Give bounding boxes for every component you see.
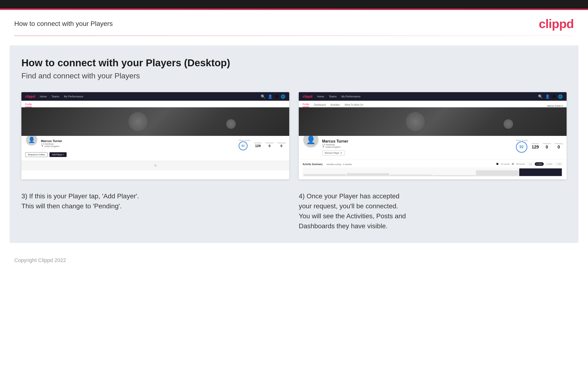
- profile-row-2: 👤 Marcus Turner 1-5 Handicap 📍 United Ki…: [303, 138, 563, 155]
- footer: Copyright Clippd 2022: [0, 252, 588, 268]
- profile-info-2: Marcus Turner 1-5 Handicap 📍 United King…: [322, 138, 513, 155]
- remove-player-label: Remove Player: [325, 152, 339, 154]
- legend-offcourse-dot: [512, 163, 514, 165]
- legend-offcourse-label: Off course: [516, 163, 525, 165]
- nav-home-1[interactable]: Home: [40, 95, 47, 98]
- tab-dashboard-2[interactable]: Dashboard: [314, 104, 326, 107]
- page-heading: How to connect with your Players (Deskto…: [21, 57, 567, 69]
- request-follow-button[interactable]: Request to Follow: [25, 152, 48, 157]
- activity-controls: On course Off course 1 yr 6 mths 3 mths …: [496, 162, 563, 166]
- legend-oncourse-label: On course: [501, 163, 510, 165]
- activity-header-2: Activity Summary Monthly Activity · 6 Mo…: [303, 162, 563, 166]
- nav-teams-2[interactable]: Teams: [329, 95, 337, 98]
- following-label-1: Following: [277, 142, 285, 144]
- activities-value-2: 129: [531, 145, 539, 150]
- search-icon-2[interactable]: 🔍: [538, 94, 543, 99]
- settings-icon-1[interactable]: ⚙: [275, 94, 278, 99]
- desc-left-text: 3) If this is your Player tap, 'Add Play…: [21, 191, 289, 211]
- quality-circle-1: 92: [239, 141, 248, 150]
- nav-home-2[interactable]: Home: [317, 95, 324, 98]
- sub-nav-1: Profile: [21, 101, 289, 107]
- stats-row-2: Player Quality 92 Activities 129 Followe…: [516, 139, 563, 153]
- profile-info-1: Marcus Turner 1-5 Handicap 📍 United King…: [41, 138, 236, 148]
- chart-bar-2: [346, 173, 389, 176]
- tab-profile-1[interactable]: Profile: [25, 103, 32, 107]
- search-icon-1[interactable]: 🔍: [261, 94, 266, 99]
- activity-title-group: Activity Summary Monthly Activity · 6 Mo…: [303, 162, 352, 166]
- country-text-1: United Kingdom: [44, 145, 60, 148]
- player-handicap-2: 1-5 Handicap: [322, 143, 513, 146]
- quality-label-1: Player Quality: [239, 139, 251, 141]
- nav-teams-1[interactable]: Teams: [52, 95, 59, 98]
- app-nav-1: clippd Home Teams My Performance 🔍 👤 ⚙ 🌐: [21, 92, 289, 101]
- quality-stat-1: Player Quality 92: [239, 139, 251, 150]
- remove-player-button[interactable]: Remove Player ✕: [322, 150, 345, 155]
- tab-profile-2[interactable]: Profile: [303, 103, 309, 107]
- tab-whattoworkon-2[interactable]: What To Work On: [345, 104, 363, 107]
- legend-oncourse-dot: [496, 163, 498, 165]
- time-pills: 1 yr 6 mths 3 mths 1 mth: [527, 162, 563, 166]
- quality-stat-2: Player Quality 92: [516, 139, 528, 153]
- nav-right-1: 🔍 👤 ⚙ 🌐: [261, 94, 285, 99]
- following-stat-2: Following 0: [555, 142, 563, 150]
- screenshot-2: clippd Home Teams My Performance 🔍 👤 ⚙ 🌐…: [299, 92, 567, 179]
- followers-label-2: Followers: [543, 142, 551, 145]
- followers-label-1: Followers: [266, 142, 274, 144]
- sub-nav-tabs-2: Profile Dashboard Activities What To Wor…: [303, 103, 363, 107]
- profile-section-1: 👤 Marcus Turner 1-5 Handicap 📍 United Ki…: [21, 136, 289, 161]
- desc-section: 3) If this is your Player tap, 'Add Play…: [21, 191, 567, 231]
- location-icon-2: 📍: [322, 146, 325, 148]
- followers-stat-2: Followers 0: [543, 142, 551, 150]
- activity-subtitle: Monthly Activity · 6 Months: [327, 163, 352, 166]
- chart-bar-3: [390, 175, 432, 176]
- time-pill-6mths[interactable]: 6 mths: [535, 162, 544, 166]
- quality-label-2: Player Quality: [516, 139, 528, 141]
- followers-stat-1: Followers 0: [266, 142, 274, 148]
- activities-stat-2: Activities 129: [531, 142, 539, 150]
- hero-image-2: [299, 107, 567, 136]
- globe-icon-2[interactable]: 🌐: [558, 94, 563, 99]
- avatar-icon-1: 👤: [28, 137, 35, 143]
- main-content: How to connect with your Players (Deskto…: [9, 45, 579, 243]
- activity-legend: On course Off course: [496, 163, 525, 165]
- quality-value-2: 92: [519, 145, 524, 149]
- hero-detail-4: [503, 119, 513, 129]
- user-icon-1[interactable]: 👤: [268, 94, 273, 99]
- desc-left: 3) If this is your Player tap, 'Add Play…: [21, 191, 289, 231]
- chart-bar-6: [519, 168, 562, 176]
- location-icon-1: 📍: [41, 145, 43, 148]
- activity-title: Activity Summary: [303, 163, 322, 166]
- add-player-button[interactable]: Add Player +: [50, 152, 67, 157]
- time-pill-1yr[interactable]: 1 yr: [527, 162, 534, 166]
- followers-value-1: 0: [266, 144, 274, 148]
- globe-icon-1[interactable]: 🌐: [281, 94, 285, 99]
- screenshot-bottom-1: ✎: [21, 161, 289, 170]
- quality-value-1: 92: [242, 144, 244, 148]
- user-dropdown-2[interactable]: Marcus Turner ▾: [547, 105, 563, 107]
- settings-icon-2[interactable]: ⚙: [552, 94, 556, 99]
- activities-label-1: Activities: [254, 142, 262, 144]
- header-divider: [14, 36, 574, 36]
- activities-value-1: 129: [254, 144, 262, 148]
- hero-detail-3: [406, 112, 425, 131]
- header: How to connect with your Players clippd: [0, 10, 588, 36]
- nav-myperformance-2[interactable]: My Performance: [341, 95, 361, 98]
- hero-image-1: [21, 107, 289, 136]
- user-icon-2[interactable]: 👤: [545, 94, 550, 99]
- activities-label-2: Activities: [531, 142, 539, 145]
- sub-nav-2: Profile Dashboard Activities What To Wor…: [299, 101, 567, 107]
- app-nav-2: clippd Home Teams My Performance 🔍 👤 ⚙ 🌐: [299, 92, 567, 101]
- activities-stat-1: Activities 129: [254, 142, 262, 148]
- edit-icon-1: ✎: [25, 163, 285, 168]
- following-label-2: Following: [555, 142, 563, 145]
- btn-row-2: Remove Player ✕: [322, 150, 513, 155]
- page-subheading: Find and connect with your Players: [21, 72, 567, 80]
- player-handicap-1: 1-5 Handicap: [41, 143, 236, 145]
- tab-activities-2[interactable]: Activities: [330, 104, 340, 107]
- time-pill-1mth[interactable]: 1 mth: [555, 162, 563, 166]
- player-country-2: 📍 United Kingdom: [322, 146, 513, 148]
- nav-myperformance-1[interactable]: My Performance: [64, 95, 83, 98]
- chart-bar-1: [303, 174, 346, 176]
- following-value-2: 0: [555, 145, 563, 150]
- time-pill-3mths[interactable]: 3 mths: [545, 162, 554, 166]
